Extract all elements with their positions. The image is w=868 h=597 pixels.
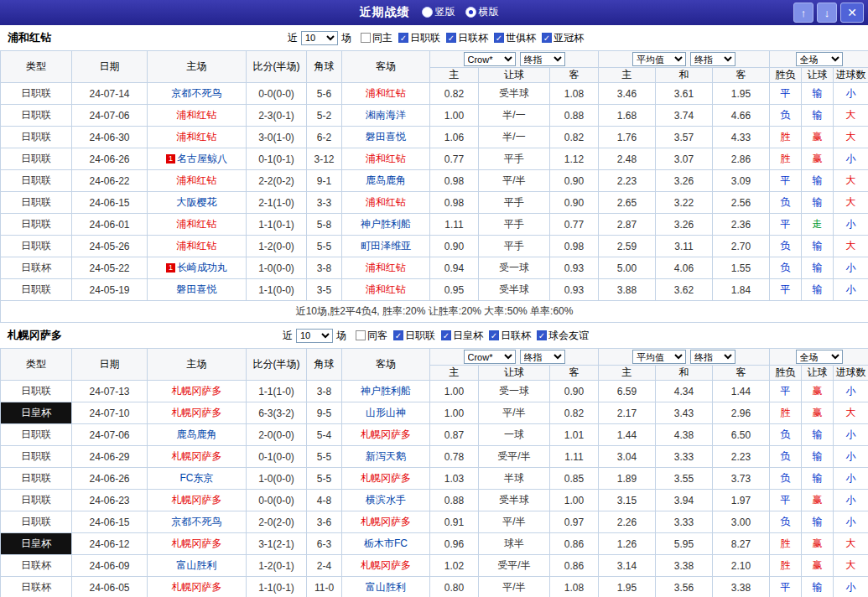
home-team-cell[interactable]: 札幌冈萨多 <box>148 490 247 511</box>
match-type-cell: 日职联 <box>1 490 72 511</box>
average-select[interactable]: 平均值 <box>632 350 686 364</box>
home-team-name: 札幌冈萨多 <box>172 537 222 549</box>
result-cell: 胜 <box>770 555 802 577</box>
away-team-cell[interactable]: 神户胜利船 <box>342 214 430 236</box>
away-team-cell[interactable]: 湘南海洋 <box>342 105 430 127</box>
filter-checkbox-亚冠杯[interactable]: ✓亚冠杯 <box>542 31 584 45</box>
home-team-cell[interactable]: 京都不死鸟 <box>148 83 247 105</box>
home-odds-cell: 1.00 <box>430 402 479 424</box>
away-team-cell[interactable]: 浦和红钻 <box>342 148 430 170</box>
avg-draw-cell: 3.56 <box>656 577 713 597</box>
sections: 浦和红钻近10场同主✓日职联✓日联杯✓世俱杯✓亚冠杯类型日期主场比分(半场)角球… <box>0 25 868 597</box>
avg-stage-select[interactable]: 终指 <box>690 52 735 66</box>
filter-checkbox-同主[interactable]: 同主 <box>361 31 392 45</box>
avg-draw-cell: 3.62 <box>656 279 713 301</box>
avg-home-cell: 2.26 <box>599 511 656 533</box>
away-team-cell[interactable]: 浦和红钻 <box>342 257 430 279</box>
home-odds-cell: 1.11 <box>430 214 479 236</box>
home-team-cell[interactable]: 磐田喜悦 <box>148 279 247 301</box>
home-team-cell[interactable]: 浦和红钻 <box>148 236 247 257</box>
home-team-name: 浦和红钻 <box>177 131 217 143</box>
avg-stage-select[interactable]: 终指 <box>690 350 735 364</box>
date-cell: 24-06-23 <box>72 490 148 511</box>
home-team-cell[interactable]: 札幌冈萨多 <box>148 577 247 597</box>
away-team-cell[interactable]: 札幌冈萨多 <box>342 511 430 533</box>
bookmaker-select[interactable]: Crow* <box>464 52 516 66</box>
date-cell: 24-06-05 <box>72 577 148 597</box>
home-team-cell[interactable]: 浦和红钻 <box>148 127 247 148</box>
column-header: 客场 <box>342 51 430 83</box>
home-team-cell[interactable]: 浦和红钻 <box>148 105 247 127</box>
away-team-cell[interactable]: 横滨水手 <box>342 490 430 511</box>
home-team-cell[interactable]: FC东京 <box>148 468 247 490</box>
average-select[interactable]: 平均值 <box>632 52 686 66</box>
home-team-cell[interactable]: 鹿岛鹿角 <box>148 424 247 446</box>
home-team-cell[interactable]: 大阪樱花 <box>148 192 247 214</box>
recent-count-select[interactable]: 10 <box>296 329 333 343</box>
home-team-cell[interactable]: 札幌冈萨多 <box>148 533 247 555</box>
corners-cell: 5-8 <box>307 214 342 236</box>
goals-result-cell: 小 <box>834 148 868 170</box>
filter-checkbox-日联杯[interactable]: ✓日联杯 <box>446 31 488 45</box>
home-team-cell[interactable]: 京都不死鸟 <box>148 511 247 533</box>
filter-checkbox-日联杯[interactable]: ✓日联杯 <box>489 329 531 343</box>
home-team-cell[interactable]: 1名古屋鲸八 <box>148 148 247 170</box>
scroll-up-button[interactable]: ↑ <box>793 3 813 23</box>
away-team-cell[interactable]: 新泻天鹅 <box>342 446 430 468</box>
filter-checkbox-日职联[interactable]: ✓日职联 <box>398 31 440 45</box>
away-team-cell[interactable]: 浦和红钻 <box>342 192 430 214</box>
match-row: 日联杯24-05-221长崎成功丸1-0(0-0)3-8浦和红钻0.94受一球0… <box>1 257 868 279</box>
result-cell: 平 <box>770 490 802 511</box>
away-odds-cell: 0.86 <box>550 555 599 577</box>
home-team-cell[interactable]: 札幌冈萨多 <box>148 402 247 424</box>
scroll-down-button[interactable]: ↓ <box>817 3 837 23</box>
odds-stage-select[interactable]: 终指 <box>520 350 565 364</box>
corners-cell: 6-2 <box>307 127 342 148</box>
away-team-cell[interactable]: 鹿岛鹿角 <box>342 170 430 192</box>
away-team-cell[interactable]: 札幌冈萨多 <box>342 468 430 490</box>
handicap-result-cell: 输 <box>802 468 834 490</box>
view-mode-radio-vertical[interactable]: 竖版 <box>422 5 455 19</box>
recent-count-select[interactable]: 10 <box>301 31 338 45</box>
away-team-cell[interactable]: 磐田喜悦 <box>342 127 430 148</box>
date-cell: 24-05-22 <box>72 257 148 279</box>
home-team-cell[interactable]: 札幌冈萨多 <box>148 381 247 402</box>
view-mode-radio-horizontal[interactable]: 横版 <box>465 5 499 19</box>
away-team-cell[interactable]: 札幌冈萨多 <box>342 424 430 446</box>
handicap-result-cell: 输 <box>802 170 834 192</box>
match-type-cell: 日职联 <box>1 279 72 301</box>
away-team-cell[interactable]: 浦和红钻 <box>342 83 430 105</box>
home-team-cell[interactable]: 札幌冈萨多 <box>148 446 247 468</box>
filter-checkbox-球会友谊[interactable]: ✓球会友谊 <box>537 329 589 343</box>
avg-draw-cell: 3.26 <box>656 170 713 192</box>
match-row: 日皇杯24-07-10札幌冈萨多6-3(3-2)9-5山形山神1.00平/半0.… <box>1 402 868 424</box>
away-team-cell[interactable]: 栃木市FC <box>342 533 430 555</box>
home-team-name: 浦和红钻 <box>177 174 217 186</box>
away-odds-cell: 0.88 <box>550 105 599 127</box>
away-team-cell[interactable]: 山形山神 <box>342 402 430 424</box>
away-team-cell[interactable]: 浦和红钻 <box>342 279 430 301</box>
home-team-cell[interactable]: 1长崎成功丸 <box>148 257 247 279</box>
away-team-cell[interactable]: 富山胜利 <box>342 577 430 597</box>
away-team-cell[interactable]: 町田泽维亚 <box>342 236 430 257</box>
home-team-cell[interactable]: 浦和红钻 <box>148 170 247 192</box>
home-team-cell[interactable]: 富山胜利 <box>148 555 247 577</box>
match-row: 日皇杯24-06-12札幌冈萨多3-1(2-1)6-3栃木市FC0.96球半0.… <box>1 533 868 555</box>
bookmaker-select[interactable]: Crow* <box>464 350 516 364</box>
avg-away-cell: 2.70 <box>713 236 770 257</box>
filter-checkbox-世俱杯[interactable]: ✓世俱杯 <box>494 31 536 45</box>
checkbox-icon <box>361 33 371 43</box>
away-team-cell[interactable]: 神户胜利船 <box>342 381 430 402</box>
filter-checkbox-日皇杯[interactable]: ✓日皇杯 <box>441 329 483 343</box>
match-row: 日职联24-06-01浦和红钻1-1(0-1)5-8神户胜利船1.11平手0.7… <box>1 214 868 236</box>
close-button[interactable]: ✕ <box>840 3 864 23</box>
result-cell: 负 <box>770 105 802 127</box>
filter-checkbox-同客[interactable]: 同客 <box>356 329 387 343</box>
away-team-cell[interactable]: 札幌冈萨多 <box>342 555 430 577</box>
home-team-cell[interactable]: 浦和红钻 <box>148 214 247 236</box>
scope-select[interactable]: 全场 <box>796 350 843 364</box>
away-team-name: 札幌冈萨多 <box>361 472 411 484</box>
scope-select[interactable]: 全场 <box>796 52 843 66</box>
filter-checkbox-日职联[interactable]: ✓日职联 <box>393 329 435 343</box>
odds-stage-select[interactable]: 终指 <box>520 52 565 66</box>
